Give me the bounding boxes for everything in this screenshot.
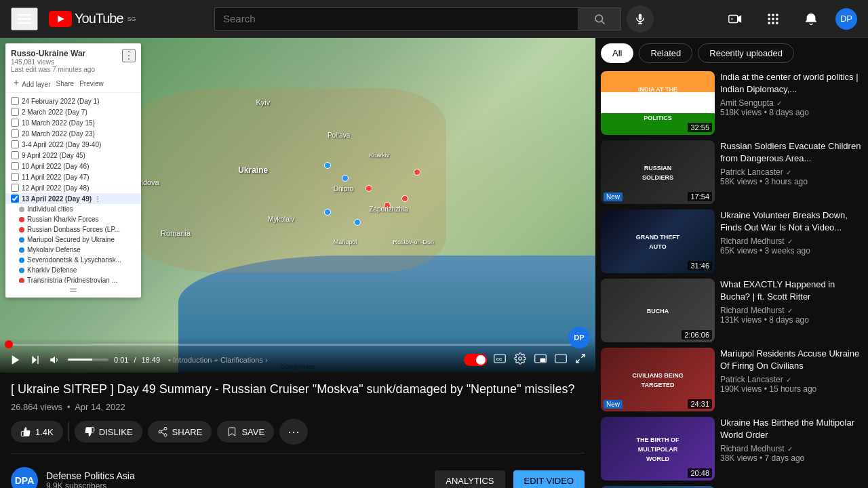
rec-title: Ukraine Volunteer Breaks Down, Finds Out… bbox=[720, 209, 863, 234]
chapter-title: • Introduction + Clarifications › bbox=[168, 356, 268, 364]
create-button[interactable] bbox=[722, 5, 749, 33]
layer-sub-item[interactable]: Transnistria (Pridnestrovian ... bbox=[5, 275, 141, 283]
rec-item[interactable]: BUCHA 2:06:06 What EXACTLY Happened in B… bbox=[601, 279, 863, 342]
layer-item-active[interactable]: 13 April 2022 (Day 49) ⋮ bbox=[5, 193, 141, 204]
city-label-dnipro: Dnipro bbox=[334, 185, 353, 192]
fullscreen-button[interactable] bbox=[574, 352, 587, 368]
layer-sub-item[interactable]: Russian Kharkiv Forces bbox=[5, 214, 141, 224]
preview-map-button[interactable]: Preview bbox=[78, 79, 105, 89]
channel-subs: 9.9K subscribers bbox=[46, 481, 427, 488]
next-button[interactable] bbox=[28, 353, 42, 367]
layer-item[interactable]: 2 March 2022 (Day 7) bbox=[5, 106, 141, 117]
rec-item[interactable]: CIVILIANS BEING TARGETED 24:31 New Mariu… bbox=[601, 348, 863, 411]
layer-item[interactable]: 11 April 2022 (Day 47) bbox=[5, 171, 141, 182]
layer-item[interactable]: 10 April 2022 (Day 46) bbox=[5, 161, 141, 171]
apps-button[interactable] bbox=[760, 5, 787, 33]
rec-channel: Richard Medhurst ✓ bbox=[720, 237, 863, 246]
layer-item[interactable]: 12 April 2022 (Day 48) bbox=[5, 182, 141, 193]
map-sidebar: Russo-Ukraine War 145,081 views Last edi… bbox=[5, 43, 141, 298]
filter-tab-related[interactable]: Related bbox=[639, 43, 692, 63]
layer-sub-item[interactable]: Kharkiv Defense bbox=[5, 265, 141, 275]
play-button[interactable] bbox=[8, 352, 23, 367]
video-title: [ Ukraine SITREP ] Day 49 Summary - Russ… bbox=[11, 381, 585, 398]
thumb-text-overlay: GRAND THEFT AUTO bbox=[629, 229, 686, 253]
video-player[interactable]: Kyiv Ukraine Moldova Romania Poltava Dni… bbox=[0, 38, 595, 373]
save-button[interactable]: SAVE bbox=[217, 421, 274, 443]
rec-title: Ukraine Has Birthed the Multipolar World… bbox=[720, 417, 863, 441]
like-button[interactable]: 1.4K bbox=[11, 421, 63, 443]
city-label-mykolaiv: Mykolaiv bbox=[268, 216, 294, 223]
theater-button[interactable] bbox=[553, 352, 568, 367]
map-views: 145,081 views bbox=[11, 58, 95, 66]
layer-item[interactable]: 3-4 April 2022 (Day 39-40) bbox=[5, 139, 141, 150]
rec-channel: Patrick Lancaster ✓ bbox=[720, 167, 863, 177]
city-label-mariupol: Mariupol bbox=[334, 239, 357, 245]
logo[interactable]: YouTube SG bbox=[49, 11, 136, 27]
layer-sub-item[interactable]: Mariupol Secured by Ukraine bbox=[5, 235, 141, 245]
map-last-edit: Last edit was 7 minutes ago bbox=[11, 66, 95, 73]
layer-sub-item[interactable]: Mykolaiv Defense bbox=[5, 245, 141, 255]
save-icon bbox=[226, 426, 237, 437]
layer-item[interactable]: 9 April 2022 (Day 45) bbox=[5, 150, 141, 161]
avatar[interactable]: DP bbox=[835, 8, 857, 30]
layer-item[interactable]: 24 February 2022 (Day 1) bbox=[5, 96, 141, 106]
rec-item[interactable]: THE BIRTH OF MULTIPOLAR WORLD 20:48 Ukra… bbox=[601, 417, 863, 481]
map-marker bbox=[366, 185, 372, 192]
edit-video-button[interactable]: EDIT VIDEO bbox=[513, 470, 585, 488]
map-title: Russo-Ukraine War bbox=[11, 49, 95, 58]
more-actions-button[interactable]: ⋯ bbox=[279, 419, 308, 445]
rec-thumbnail: RUSSIAN SOLDIERS 17:54 New bbox=[601, 140, 715, 204]
channel-avatar[interactable]: DPA bbox=[11, 467, 38, 488]
svg-point-36 bbox=[164, 427, 167, 430]
dislike-button[interactable]: DISLIKE bbox=[75, 421, 142, 443]
volume-slider[interactable] bbox=[68, 359, 108, 361]
rec-info: Ukraine Volunteer Breaks Down, Finds Out… bbox=[720, 209, 863, 273]
svg-line-34 bbox=[581, 354, 585, 358]
youtube-icon bbox=[49, 11, 72, 27]
channel-name[interactable]: Defense Politics Asia bbox=[46, 470, 427, 481]
share-button[interactable]: SHARE bbox=[148, 421, 212, 443]
share-map-button[interactable]: Share bbox=[54, 79, 75, 89]
progress-bar[interactable] bbox=[8, 344, 587, 346]
menu-button[interactable] bbox=[11, 7, 38, 30]
search-button[interactable] bbox=[578, 7, 621, 30]
layer-sub-item[interactable]: Individual cities bbox=[5, 204, 141, 214]
verified-icon: ✓ bbox=[787, 445, 793, 453]
rec-title: India at the center of world politics | … bbox=[720, 71, 863, 96]
map-more-button[interactable]: ⋮ bbox=[122, 49, 136, 62]
layer-item[interactable]: 20 March 2022 (Day 23) bbox=[5, 128, 141, 139]
voice-search-button[interactable] bbox=[627, 5, 654, 33]
filter-tab-recently-uploaded[interactable]: Recently uploaded bbox=[698, 43, 794, 63]
rec-channel: Richard Medhurst ✓ bbox=[720, 444, 863, 453]
rec-item[interactable]: GRAND THEFT AUTO 31:46 Ukraine Volunteer… bbox=[601, 209, 863, 273]
autoplay-toggle[interactable] bbox=[464, 354, 487, 366]
map-expand-button[interactable] bbox=[5, 283, 141, 298]
channel-row: DPA Defense Politics Asia 9.9K subscribe… bbox=[0, 459, 595, 488]
filter-tabs: All Related Recently uploaded bbox=[601, 43, 863, 63]
volume-button[interactable] bbox=[47, 352, 62, 367]
svg-point-2 bbox=[595, 15, 603, 22]
logo-text: YouTube bbox=[75, 11, 123, 26]
captions-button[interactable]: CC bbox=[492, 352, 507, 367]
rec-item[interactable]: RUSSIAN SOLDIERS 17:54 New Russian Soldi… bbox=[601, 140, 863, 204]
main-layout: Kyiv Ukraine Moldova Romania Poltava Dni… bbox=[0, 38, 868, 488]
city-label-kyiv: Kyiv bbox=[256, 98, 271, 106]
settings-button[interactable] bbox=[513, 351, 528, 369]
search-bar bbox=[214, 7, 621, 30]
layer-sub-item[interactable]: Severodonetsk & Lysychansk... bbox=[5, 255, 141, 265]
rec-item[interactable]: INDIA AT THE CENTER OF WORLD POLITICS 32… bbox=[601, 71, 863, 135]
add-layer-button[interactable]: Add layer bbox=[11, 77, 52, 89]
layer-item[interactable]: 10 March 2022 (Day 15) bbox=[5, 117, 141, 128]
filter-tab-all[interactable]: All bbox=[601, 43, 633, 63]
mic-icon bbox=[634, 13, 646, 25]
notifications-button[interactable] bbox=[797, 5, 825, 33]
svg-rect-32 bbox=[540, 359, 545, 362]
time-current: 0:01 bbox=[114, 356, 128, 364]
analytics-button[interactable]: ANALYTICS bbox=[435, 470, 505, 488]
search-input[interactable] bbox=[214, 7, 578, 30]
map-marker bbox=[324, 162, 331, 169]
city-label-romania: Romania bbox=[161, 229, 191, 237]
rec-duration: 17:54 bbox=[688, 192, 712, 201]
layer-sub-item[interactable]: Russian Donbass Forces (LP... bbox=[5, 224, 141, 235]
miniplayer-button[interactable] bbox=[533, 352, 548, 367]
